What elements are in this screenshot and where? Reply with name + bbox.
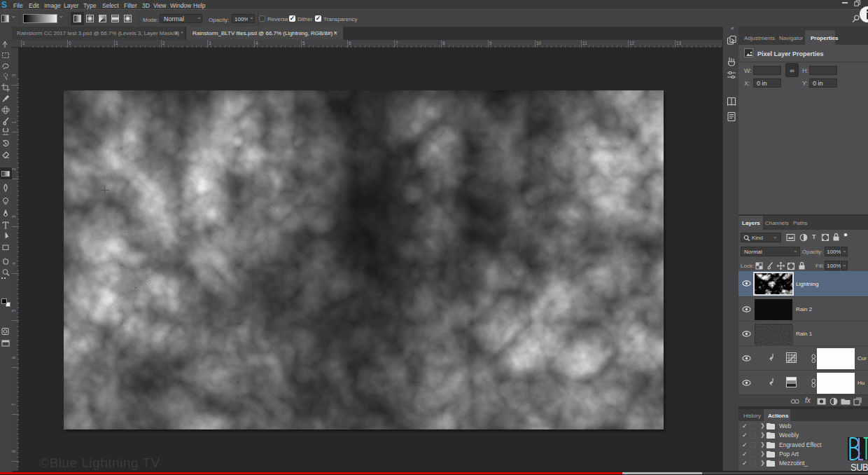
svg-text:SUBSC: SUBSC: [850, 462, 868, 474]
